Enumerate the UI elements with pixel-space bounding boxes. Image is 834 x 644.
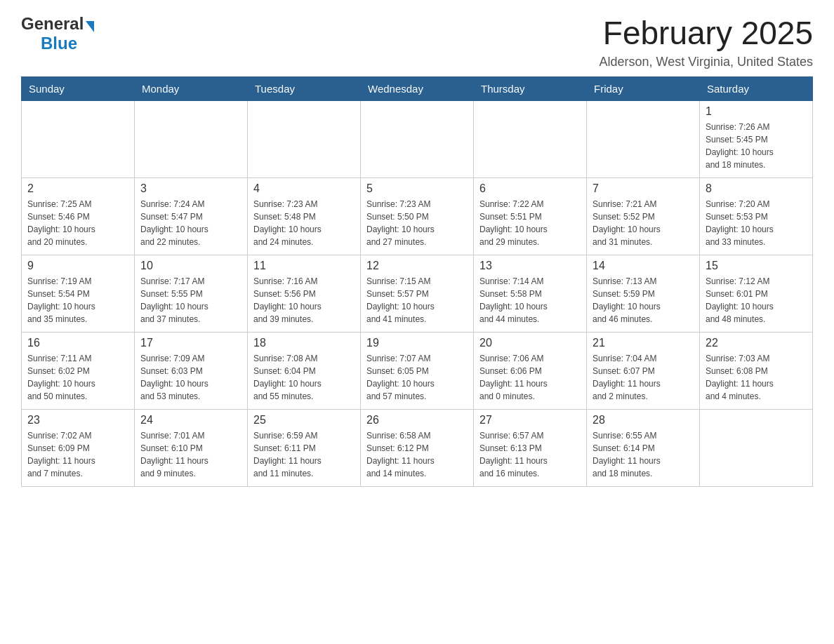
month-title: February 2025 [600,14,814,52]
day-info: Sunrise: 7:23 AM Sunset: 5:48 PM Dayligh… [253,198,355,248]
day-number: 15 [706,260,807,272]
weekday-header-tuesday: Tuesday [248,77,361,101]
day-number: 2 [27,182,128,195]
weekday-header-monday: Monday [135,77,248,101]
day-info: Sunrise: 7:22 AM Sunset: 5:51 PM Dayligh… [479,198,581,248]
calendar-cell: 6Sunrise: 7:22 AM Sunset: 5:51 PM Daylig… [474,178,587,255]
calendar-week-row: 9Sunrise: 7:19 AM Sunset: 5:54 PM Daylig… [22,255,813,333]
day-number: 19 [366,337,468,349]
day-info: Sunrise: 7:16 AM Sunset: 5:56 PM Dayligh… [253,275,355,326]
day-number: 11 [253,260,355,272]
calendar-cell: 28Sunrise: 6:55 AM Sunset: 6:14 PM Dayli… [587,410,700,487]
calendar-cell [135,101,248,178]
logo: General Blue [21,14,94,53]
calendar-cell: 20Sunrise: 7:06 AM Sunset: 6:06 PM Dayli… [474,333,587,410]
day-info: Sunrise: 7:07 AM Sunset: 6:05 PM Dayligh… [366,352,468,403]
day-number: 24 [140,414,241,427]
day-number: 22 [706,337,807,349]
day-info: Sunrise: 7:15 AM Sunset: 5:57 PM Dayligh… [366,275,468,326]
day-info: Sunrise: 7:08 AM Sunset: 6:04 PM Dayligh… [253,352,355,403]
day-info: Sunrise: 7:02 AM Sunset: 6:09 PM Dayligh… [27,429,128,480]
calendar-week-row: 2Sunrise: 7:25 AM Sunset: 5:46 PM Daylig… [22,178,813,255]
day-number: 7 [593,182,694,195]
calendar-week-row: 16Sunrise: 7:11 AM Sunset: 6:02 PM Dayli… [22,333,813,410]
calendar-cell: 11Sunrise: 7:16 AM Sunset: 5:56 PM Dayli… [248,255,361,333]
day-number: 23 [27,414,128,427]
calendar-cell: 23Sunrise: 7:02 AM Sunset: 6:09 PM Dayli… [22,410,135,487]
day-number: 6 [479,182,581,195]
day-info: Sunrise: 7:23 AM Sunset: 5:50 PM Dayligh… [366,198,468,248]
calendar-cell [474,101,587,178]
calendar-cell: 1Sunrise: 7:26 AM Sunset: 5:45 PM Daylig… [700,101,813,178]
calendar-cell: 15Sunrise: 7:12 AM Sunset: 6:01 PM Dayli… [700,255,813,333]
weekday-header-saturday: Saturday [700,77,813,101]
day-info: Sunrise: 7:24 AM Sunset: 5:47 PM Dayligh… [140,198,241,248]
day-number: 9 [27,260,128,272]
calendar-table: SundayMondayTuesdayWednesdayThursdayFrid… [21,76,813,487]
calendar-cell: 7Sunrise: 7:21 AM Sunset: 5:52 PM Daylig… [587,178,700,255]
day-info: Sunrise: 7:09 AM Sunset: 6:03 PM Dayligh… [140,352,241,403]
calendar-cell [587,101,700,178]
calendar-cell [22,101,135,178]
day-info: Sunrise: 7:20 AM Sunset: 5:53 PM Dayligh… [706,198,807,248]
day-number: 8 [706,182,807,195]
day-info: Sunrise: 7:26 AM Sunset: 5:45 PM Dayligh… [706,121,807,171]
calendar-cell: 16Sunrise: 7:11 AM Sunset: 6:02 PM Dayli… [22,333,135,410]
calendar-week-row: 1Sunrise: 7:26 AM Sunset: 5:45 PM Daylig… [22,101,813,178]
calendar-cell: 4Sunrise: 7:23 AM Sunset: 5:48 PM Daylig… [248,178,361,255]
weekday-header-friday: Friday [587,77,700,101]
calendar-cell: 13Sunrise: 7:14 AM Sunset: 5:58 PM Dayli… [474,255,587,333]
title-block: February 2025 Alderson, West Virginia, U… [600,14,814,69]
day-info: Sunrise: 7:12 AM Sunset: 6:01 PM Dayligh… [706,275,807,326]
day-info: Sunrise: 7:04 AM Sunset: 6:07 PM Dayligh… [593,352,694,403]
day-number: 14 [593,260,694,272]
calendar-cell: 10Sunrise: 7:17 AM Sunset: 5:55 PM Dayli… [135,255,248,333]
day-number: 3 [140,182,241,195]
calendar-cell [361,101,474,178]
day-number: 21 [593,337,694,349]
calendar-week-row: 23Sunrise: 7:02 AM Sunset: 6:09 PM Dayli… [22,410,813,487]
location-text: Alderson, West Virginia, United States [600,55,814,69]
day-number: 13 [479,260,581,272]
day-number: 27 [479,414,581,427]
calendar-cell [248,101,361,178]
calendar-cell: 25Sunrise: 6:59 AM Sunset: 6:11 PM Dayli… [248,410,361,487]
day-number: 10 [140,260,241,272]
day-info: Sunrise: 6:58 AM Sunset: 6:12 PM Dayligh… [366,429,468,480]
day-info: Sunrise: 6:57 AM Sunset: 6:13 PM Dayligh… [479,429,581,480]
calendar-cell: 21Sunrise: 7:04 AM Sunset: 6:07 PM Dayli… [587,333,700,410]
day-info: Sunrise: 7:25 AM Sunset: 5:46 PM Dayligh… [27,198,128,248]
calendar-cell: 3Sunrise: 7:24 AM Sunset: 5:47 PM Daylig… [135,178,248,255]
day-number: 5 [366,182,468,195]
weekday-header-wednesday: Wednesday [361,77,474,101]
calendar-cell: 19Sunrise: 7:07 AM Sunset: 6:05 PM Dayli… [361,333,474,410]
day-info: Sunrise: 7:13 AM Sunset: 5:59 PM Dayligh… [593,275,694,326]
day-number: 16 [27,337,128,349]
day-number: 17 [140,337,241,349]
day-number: 28 [593,414,694,427]
weekday-header-thursday: Thursday [474,77,587,101]
day-info: Sunrise: 7:21 AM Sunset: 5:52 PM Dayligh… [593,198,694,248]
day-info: Sunrise: 7:17 AM Sunset: 5:55 PM Dayligh… [140,275,241,326]
logo-general-text: General [21,14,84,34]
day-info: Sunrise: 6:59 AM Sunset: 6:11 PM Dayligh… [253,429,355,480]
calendar-cell: 8Sunrise: 7:20 AM Sunset: 5:53 PM Daylig… [700,178,813,255]
day-info: Sunrise: 7:03 AM Sunset: 6:08 PM Dayligh… [706,352,807,403]
day-info: Sunrise: 7:11 AM Sunset: 6:02 PM Dayligh… [27,352,128,403]
calendar-cell: 27Sunrise: 6:57 AM Sunset: 6:13 PM Dayli… [474,410,587,487]
day-number: 25 [253,414,355,427]
calendar-cell: 12Sunrise: 7:15 AM Sunset: 5:57 PM Dayli… [361,255,474,333]
day-number: 1 [706,105,807,118]
calendar-cell: 2Sunrise: 7:25 AM Sunset: 5:46 PM Daylig… [22,178,135,255]
day-number: 20 [479,337,581,349]
logo-triangle-icon [86,21,94,32]
calendar-cell: 22Sunrise: 7:03 AM Sunset: 6:08 PM Dayli… [700,333,813,410]
calendar-cell [700,410,813,487]
day-info: Sunrise: 7:14 AM Sunset: 5:58 PM Dayligh… [479,275,581,326]
calendar-cell: 14Sunrise: 7:13 AM Sunset: 5:59 PM Dayli… [587,255,700,333]
calendar-cell: 5Sunrise: 7:23 AM Sunset: 5:50 PM Daylig… [361,178,474,255]
day-info: Sunrise: 6:55 AM Sunset: 6:14 PM Dayligh… [593,429,694,480]
day-info: Sunrise: 7:19 AM Sunset: 5:54 PM Dayligh… [27,275,128,326]
day-number: 4 [253,182,355,195]
calendar-cell: 9Sunrise: 7:19 AM Sunset: 5:54 PM Daylig… [22,255,135,333]
